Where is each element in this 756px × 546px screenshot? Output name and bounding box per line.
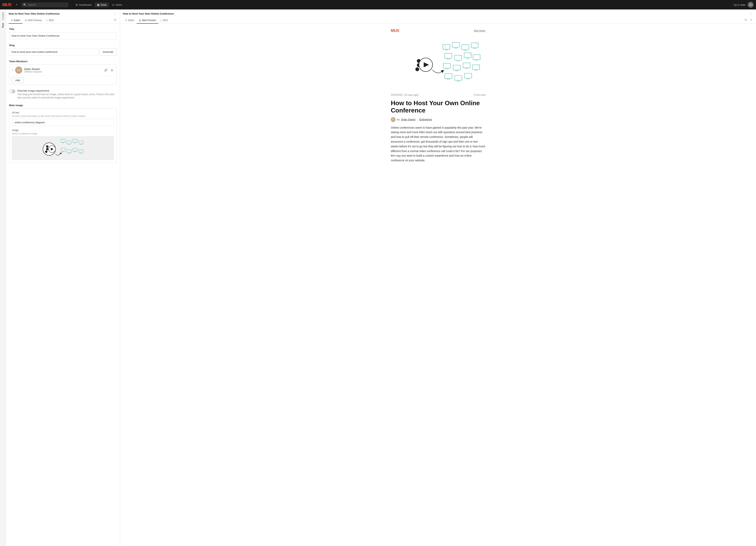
- desk-icon: ▦: [97, 3, 99, 6]
- delete-member-button[interactable]: 🗑: [110, 68, 114, 72]
- svg-rect-14: [61, 148, 65, 151]
- left-panel-tabs: ✏ Editor ◎ Web Preview □ SEO ⊟: [9, 17, 117, 23]
- tab-seo-left[interactable]: □ SEO: [44, 17, 56, 24]
- left-panel-title: How to Host Your Own Online Conference: [9, 12, 60, 15]
- svg-rect-32: [462, 45, 469, 50]
- title-input[interactable]: [9, 32, 117, 39]
- alt-text-input[interactable]: [12, 119, 114, 126]
- svg-rect-51: [465, 68, 468, 69]
- blog-date: 03/02/2020 (22 days ago): [391, 94, 419, 96]
- nav-desk[interactable]: ▦ Desk: [95, 2, 109, 7]
- svg-rect-39: [455, 55, 462, 60]
- svg-rect-6: [61, 139, 65, 142]
- close-right-panel-button[interactable]: ✕: [749, 18, 753, 22]
- svg-rect-13: [80, 144, 82, 144]
- right-panel-title: How to Host Your Own Online Conference: [123, 12, 174, 15]
- svg-rect-59: [464, 73, 472, 78]
- svg-rect-12: [79, 141, 83, 144]
- team-members-label: Team Members: [9, 60, 117, 63]
- link-member-button[interactable]: 🔗: [103, 68, 108, 72]
- override-toggle[interactable]: [9, 90, 15, 93]
- left-panel: How to Host Your Own Online Conference ⋮…: [6, 9, 120, 546]
- svg-point-3: [45, 150, 47, 153]
- member-info: Dylan Jhaveri Software Engineer: [24, 68, 101, 73]
- tab-editor-right[interactable]: ✏ Editor: [123, 17, 137, 24]
- svg-rect-19: [74, 151, 76, 152]
- avatar[interactable]: DJ: [748, 2, 754, 8]
- blog-title: How to Host Your Own Online Conference: [391, 99, 485, 114]
- split-view-right-button[interactable]: ⊟: [744, 18, 748, 22]
- blog-body-text: Online conferences seem to have gained i…: [391, 125, 485, 163]
- tab-web-preview-left[interactable]: ◎ Web Preview: [22, 17, 44, 24]
- svg-rect-15: [63, 151, 64, 152]
- main-image-group: Main image Alt text Provide a short desc…: [9, 104, 117, 163]
- top-navigation: MUX + 🔍 Search ⊞ Dashboard ▦ Desk ◎ Visi…: [0, 0, 756, 9]
- vertical-sidebar: Content Post: [0, 9, 6, 546]
- alt-text-hint: Provide a short description (a few words…: [12, 115, 114, 117]
- image-label: Image: [12, 129, 114, 131]
- svg-rect-8: [67, 141, 71, 144]
- svg-rect-16: [67, 150, 71, 153]
- author-by-label: by: [397, 118, 400, 121]
- svg-marker-29: [444, 45, 446, 48]
- seo-icon-left: □: [46, 19, 48, 22]
- member-avatar: DJ: [15, 67, 22, 74]
- svg-rect-49: [456, 70, 458, 71]
- author-avatar: DJ: [391, 117, 396, 122]
- sidebar-item-post[interactable]: Post: [2, 22, 4, 29]
- left-panel-menu-button[interactable]: ⋮: [113, 11, 117, 16]
- sidebar-item-content[interactable]: Content: [2, 11, 4, 21]
- author-link[interactable]: Dylan Jhaveri: [401, 118, 416, 121]
- override-text: Override image requirement Your blog pos…: [17, 89, 117, 99]
- conference-diagram-small: [35, 136, 91, 160]
- nav-dashboard[interactable]: ⊞ Dashboard: [73, 2, 94, 7]
- nav-vision[interactable]: ◎ Vision: [110, 2, 125, 7]
- left-panel-body: Title Slug Generate Team Members ≡ DJ: [6, 24, 120, 546]
- main-image-label: Main image: [9, 104, 117, 107]
- image-preview[interactable]: [12, 136, 114, 160]
- svg-rect-18: [73, 148, 77, 151]
- right-panel: How to Host Your Own Online Conference ⋮…: [120, 9, 756, 546]
- blog-logo: MUX: [391, 28, 399, 33]
- status-badge: Up to date: [734, 3, 745, 6]
- split-view-button[interactable]: ⊟: [113, 18, 117, 22]
- dashboard-icon: ⊞: [76, 3, 78, 6]
- svg-rect-27: [443, 44, 450, 49]
- tab-editor-left[interactable]: ✏ Editor: [9, 17, 22, 24]
- svg-rect-44: [473, 55, 480, 60]
- svg-rect-10: [73, 139, 77, 142]
- svg-rect-58: [457, 80, 460, 81]
- add-button[interactable]: +: [15, 2, 19, 8]
- team-members-box: ≡ DJ Dylan Jhaveri Software Engineer 🔗 🗑…: [9, 64, 117, 85]
- nav-links: ⊞ Dashboard ▦ Desk ◎ Vision: [73, 2, 124, 7]
- editor-icon-left: ✏: [11, 19, 13, 22]
- search-bar[interactable]: 🔍 Search: [21, 2, 69, 7]
- override-desc: Your blog post should have an image, unl…: [17, 93, 117, 99]
- right-panel-menu-button[interactable]: ⋮: [749, 11, 753, 16]
- search-placeholder: Search: [28, 3, 36, 6]
- right-panel-body: MUX Blog home: [120, 24, 756, 546]
- member-row: ≡ DJ Dylan Jhaveri Software Engineer 🔗 🗑: [9, 65, 117, 76]
- blog-author-row: DJ by Dylan Jhaveri | Engineering: [391, 117, 485, 122]
- svg-rect-9: [69, 144, 70, 144]
- svg-rect-28: [445, 49, 447, 50]
- tab-seo-right[interactable]: □ SEO: [158, 17, 170, 24]
- blog-meta: 03/02/2020 (22 days ago) 8 min read: [391, 94, 485, 96]
- main-image-box: Alt text Provide a short description (a …: [9, 108, 117, 163]
- author-divider: |: [417, 118, 418, 121]
- slug-field-group: Slug Generate: [9, 44, 117, 56]
- slug-input[interactable]: [9, 48, 98, 56]
- add-member-button[interactable]: Add: [12, 77, 24, 83]
- tab-web-preview-right[interactable]: ◎ Web Preview: [137, 17, 158, 24]
- svg-rect-55: [445, 74, 452, 79]
- generate-button[interactable]: Generate: [99, 48, 117, 56]
- drag-handle-icon[interactable]: ≡: [12, 69, 13, 72]
- svg-rect-60: [467, 78, 469, 79]
- conference-diagram: ↙ ↙: [391, 38, 485, 89]
- override-row: Override image requirement Your blog pos…: [9, 89, 117, 99]
- blog-home-link[interactable]: Blog home: [474, 29, 485, 32]
- svg-text:↙: ↙: [469, 53, 471, 55]
- svg-rect-7: [63, 142, 64, 143]
- slug-label: Slug: [9, 44, 117, 47]
- category-link[interactable]: Engineering: [419, 118, 432, 121]
